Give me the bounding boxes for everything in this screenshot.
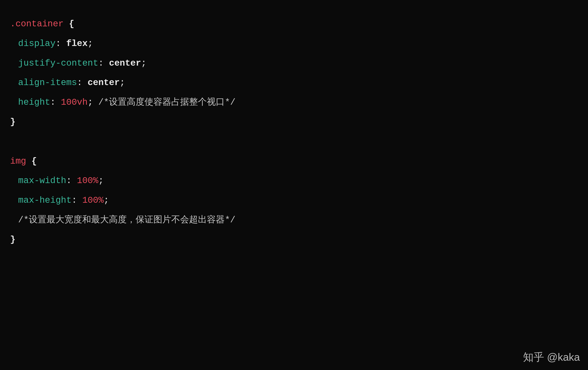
semicolon: ; [104, 195, 109, 205]
css-property: display [18, 38, 56, 49]
close-brace: } [10, 117, 15, 127]
code-line: justify-content: center; [10, 54, 578, 73]
semicolon: ; [120, 77, 125, 88]
css-property: align-items [18, 77, 77, 88]
code-line: /*设置最大宽度和最大高度，保证图片不会超出容器*/ [10, 210, 578, 230]
css-unit: vh [77, 97, 88, 107]
css-property: justify-content [18, 58, 98, 68]
open-brace: { [26, 156, 37, 166]
css-property: max-width [18, 175, 66, 186]
selector-dot: . [10, 19, 15, 29]
semicolon: ; [88, 97, 93, 107]
open-brace: { [63, 19, 74, 29]
code-line: max-height: 100%; [10, 191, 578, 210]
colon: : [98, 58, 109, 68]
css-property: max-height [18, 195, 72, 205]
css-number: 100% [82, 195, 104, 205]
colon: : [77, 77, 88, 88]
css-value: flex [66, 38, 88, 49]
css-comment: /*设置最大宽度和最大高度，保证图片不会超出容器*/ [18, 215, 236, 225]
css-code-block: .container { display: flex; justify-cont… [10, 14, 578, 250]
colon: : [50, 97, 61, 107]
semicolon: ; [141, 58, 146, 68]
code-line: } [10, 230, 578, 250]
code-line: max-width: 100%; [10, 171, 578, 191]
colon: : [72, 195, 82, 205]
css-property: height [18, 97, 50, 107]
code-line: height: 100vh; /*设置高度使容器占据整个视口*/ [10, 93, 578, 112]
semicolon: ; [88, 38, 93, 49]
code-line: align-items: center; [10, 73, 578, 93]
css-comment: /*设置高度使容器占据整个视口*/ [98, 97, 236, 107]
semicolon: ; [98, 175, 104, 186]
colon: : [66, 175, 77, 186]
css-value: center [109, 58, 141, 68]
selector-name: container [15, 19, 63, 29]
watermark: 知乎 @kaka [523, 350, 580, 364]
css-number: 100% [77, 175, 98, 186]
css-number: 100 [61, 97, 77, 107]
css-value: center [88, 77, 120, 88]
selector-tag: img [10, 156, 26, 166]
code-line: display: flex; [10, 34, 578, 54]
code-line: img { [10, 152, 578, 171]
close-brace: } [10, 235, 15, 245]
code-line: } [10, 112, 578, 132]
colon: : [55, 38, 66, 49]
blank-line [10, 132, 578, 152]
code-line: .container { [10, 14, 578, 34]
